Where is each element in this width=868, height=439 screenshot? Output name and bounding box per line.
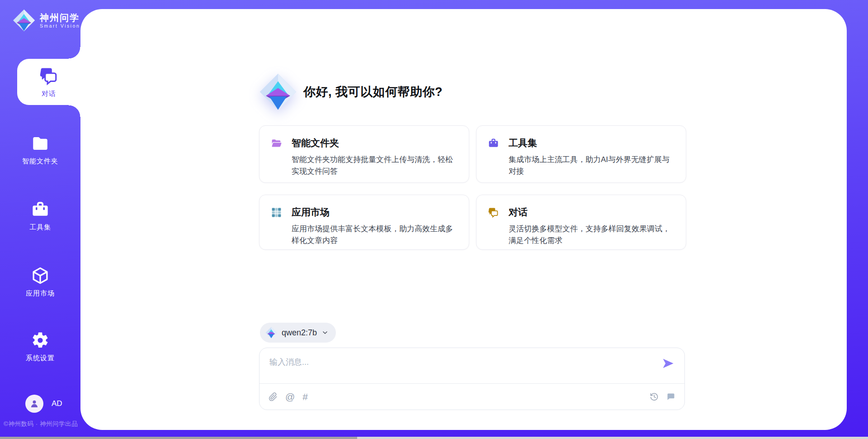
model-name: qwen2:7b xyxy=(282,328,317,338)
card-title: 工具集 xyxy=(509,137,537,149)
copyright-text: ©神州数码 · 神州问学出品 xyxy=(4,420,78,428)
folder-open-icon xyxy=(271,138,282,149)
person-icon xyxy=(29,398,40,409)
chat-bubbles-icon xyxy=(488,207,499,218)
send-arrow-icon xyxy=(662,357,675,370)
gear-icon xyxy=(31,331,50,350)
app-logo-diamond-icon xyxy=(259,72,297,112)
chevron-down-icon xyxy=(321,329,329,336)
main-panel: 你好, 我可以如何帮助你? 智能文件夹 智能文件夹功能支持批量文件上传与清洗，轻… xyxy=(80,9,847,430)
message-input[interactable] xyxy=(259,348,684,383)
send-button[interactable] xyxy=(662,357,675,370)
model-logo-diamond-icon xyxy=(265,327,277,339)
grid-icon xyxy=(271,207,282,218)
brand-name: 神州问学 xyxy=(40,13,80,23)
at-icon: @ xyxy=(285,392,295,401)
folder-icon xyxy=(31,134,50,153)
history-clock-icon xyxy=(650,392,659,401)
card-title: 对话 xyxy=(509,206,528,219)
cube-icon xyxy=(31,266,50,285)
user-initials: AD xyxy=(52,399,62,408)
sidebar: 神州问学 Smart Vision 对话 智能文件夹 工具集 xyxy=(0,0,80,439)
greeting: 你好, 我可以如何帮助你? xyxy=(259,72,443,112)
brand: 神州问学 Smart Vision xyxy=(13,9,80,32)
avatar xyxy=(25,395,43,413)
model-selector[interactable]: qwen2:7b xyxy=(260,323,336,343)
message-composer: @ # xyxy=(259,348,685,410)
briefcase-icon xyxy=(31,200,50,219)
briefcase-icon xyxy=(488,138,499,149)
brand-logo-diamond-icon xyxy=(13,9,35,32)
card-chat[interactable]: 对话 灵活切换多模型文件，支持多样回复效果调试，满足个性化需求 xyxy=(476,195,686,250)
card-title: 应用市场 xyxy=(292,206,330,219)
sidebar-item-label: 工具集 xyxy=(29,223,51,232)
tab-curve-bottom xyxy=(69,105,80,117)
card-smart-folder[interactable]: 智能文件夹 智能文件夹功能支持批量文件上传与清洗，轻松实现文件问答 xyxy=(259,125,469,183)
composer-tools-right xyxy=(650,392,675,401)
tab-curve-top xyxy=(69,47,80,59)
sidebar-item-label: 对话 xyxy=(42,90,56,98)
sidebar-item-chat[interactable]: 对话 xyxy=(17,59,80,105)
sidebar-item-label: 智能文件夹 xyxy=(22,157,58,166)
sidebar-item-toolset[interactable]: 工具集 xyxy=(0,200,80,232)
chat-bubble-icon xyxy=(666,392,675,401)
paperclip-icon xyxy=(269,392,278,401)
hash-icon: # xyxy=(302,392,308,401)
card-description: 灵活切换多模型文件，支持多样回复效果调试，满足个性化需求 xyxy=(509,223,672,246)
card-app-market[interactable]: 应用市场 应用市场提供丰富长文本模板，助力高效生成多样化文章内容 xyxy=(259,195,469,250)
greeting-title: 你好, 我可以如何帮助你? xyxy=(303,84,443,100)
conversation-button[interactable] xyxy=(666,392,675,401)
composer-tools-left: @ # xyxy=(269,392,308,401)
user-profile[interactable]: AD xyxy=(25,395,62,413)
hashtag-button[interactable]: # xyxy=(302,392,308,401)
history-button[interactable] xyxy=(650,392,659,401)
composer-toolbar: @ # xyxy=(259,383,684,410)
sidebar-item-app-market[interactable]: 应用市场 xyxy=(0,266,80,298)
card-description: 集成市场上主流工具，助力AI与外界无缝扩展与对接 xyxy=(509,154,672,177)
card-description: 应用市场提供丰富长文本模板，助力高效生成多样化文章内容 xyxy=(292,223,455,246)
card-description: 智能文件夹功能支持批量文件上传与清洗，轻松实现文件问答 xyxy=(292,154,455,177)
attach-file-button[interactable] xyxy=(269,392,278,401)
card-toolset[interactable]: 工具集 集成市场上主流工具，助力AI与外界无缝扩展与对接 xyxy=(476,125,686,183)
brand-subtitle: Smart Vision xyxy=(40,23,80,29)
sidebar-item-label: 应用市场 xyxy=(26,289,55,298)
card-title: 智能文件夹 xyxy=(292,137,339,149)
horizontal-scrollbar-thumb[interactable] xyxy=(0,437,357,439)
chat-bubbles-icon xyxy=(39,66,59,86)
feature-cards: 智能文件夹 智能文件夹功能支持批量文件上传与清洗，轻松实现文件问答 工具集 集成… xyxy=(259,125,686,250)
sidebar-item-label: 系统设置 xyxy=(26,354,55,363)
horizontal-scrollbar xyxy=(0,437,868,439)
sidebar-item-settings[interactable]: 系统设置 xyxy=(0,331,80,363)
mention-button[interactable]: @ xyxy=(285,392,295,401)
sidebar-item-smart-folder[interactable]: 智能文件夹 xyxy=(0,134,80,166)
